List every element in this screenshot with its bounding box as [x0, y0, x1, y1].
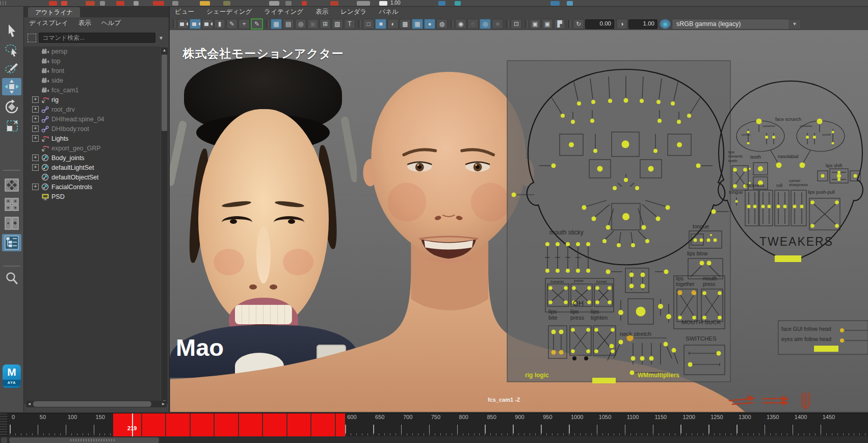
control-dot[interactable]	[840, 338, 844, 343]
dof-icon[interactable]: ◎	[480, 19, 491, 29]
range-slider-end-cap[interactable]	[1, 437, 7, 443]
viewport-menu-3[interactable]: 表示	[315, 8, 328, 18]
expand-plus-icon[interactable]: +	[32, 154, 39, 161]
outliner-item-DHIbody:root[interactable]: +DHIbody:root	[24, 124, 161, 134]
feather-icon[interactable]: ✎	[226, 19, 238, 29]
textured-icon[interactable]: ▩	[400, 19, 411, 29]
control-dot[interactable]	[548, 300, 553, 304]
control-dot[interactable]	[556, 242, 560, 246]
control-dot[interactable]	[572, 286, 576, 290]
layout-two-pane-button[interactable]	[2, 215, 21, 232]
shelf-icon-partial[interactable]	[567, 1, 573, 6]
lasso-tool-button[interactable]	[2, 41, 21, 58]
control-dot[interactable]	[677, 142, 682, 147]
control-dot[interactable]	[548, 286, 553, 290]
control-dot[interactable]	[635, 186, 639, 190]
control-dot[interactable]	[837, 174, 841, 178]
select-box-icon[interactable]: ⊡	[511, 19, 522, 29]
shelf-icon-partial[interactable]	[285, 1, 292, 6]
control-dot[interactable]	[566, 269, 570, 273]
control-dot[interactable]	[837, 171, 840, 174]
control-dot[interactable]	[753, 205, 757, 209]
control-dot[interactable]	[810, 200, 814, 204]
shelf-icon-partial[interactable]	[455, 1, 461, 6]
control-dot[interactable]	[631, 356, 636, 361]
viewport-menu-2[interactable]: ライティング	[264, 8, 303, 18]
isolate-add-icon[interactable]: ▣	[542, 19, 553, 29]
camera-lock-icon[interactable]	[190, 19, 201, 29]
control-dot[interactable]	[569, 142, 574, 147]
control-dot[interactable]	[854, 174, 857, 178]
horizontal-scroll-thumb[interactable]	[33, 401, 151, 407]
view-transform-dropdown[interactable]: sRGB gamma (legacy)▼	[672, 19, 801, 30]
control-dot[interactable]	[837, 178, 840, 181]
rotate-tool-button[interactable]	[2, 98, 21, 116]
move-tool-button[interactable]	[2, 78, 21, 95]
control-dot[interactable]	[586, 269, 590, 273]
control-dot[interactable]	[672, 348, 676, 353]
outliner-item-FacialControls[interactable]: +FacialControls	[24, 182, 161, 192]
control-dot[interactable]	[756, 119, 762, 124]
control-dot[interactable]	[783, 205, 787, 209]
outliner-item-persp[interactable]: +persp	[24, 46, 161, 56]
shelf-icon-partial[interactable]	[379, 1, 387, 6]
control-dot[interactable]	[594, 328, 598, 332]
control-dot[interactable]	[559, 350, 564, 355]
control-dot[interactable]	[586, 242, 590, 246]
control-dot[interactable]	[657, 119, 662, 123]
image-plane-icon[interactable]: ▧	[332, 19, 343, 29]
shelf-icon-partial[interactable]	[86, 1, 95, 6]
control-dot[interactable]	[564, 300, 568, 304]
control-dot[interactable]	[832, 131, 834, 134]
control-dot[interactable]	[611, 349, 615, 353]
control-dot[interactable]	[735, 200, 738, 203]
expand-plus-icon[interactable]: +	[32, 96, 39, 103]
outliner-item-front[interactable]: +front	[24, 66, 161, 75]
control-dot[interactable]	[512, 193, 516, 197]
shelf-icon-partial[interactable]	[61, 1, 67, 6]
control-dot[interactable]	[714, 239, 717, 242]
control-dot[interactable]	[613, 186, 617, 190]
contrast-icon[interactable]: ◑	[616, 19, 627, 29]
checker-material-icon[interactable]: ▦	[412, 19, 423, 29]
control-dot[interactable]	[648, 166, 654, 172]
control-dot[interactable]	[832, 142, 834, 145]
outliner-tab[interactable]: アウトライナ	[28, 7, 80, 17]
outliner-item-Body_joints[interactable]: +Body_joints	[24, 153, 161, 163]
control-dot[interactable]	[586, 349, 590, 353]
outliner-menu-1[interactable]: 表示	[78, 19, 91, 29]
outliner-item-defaultLightSet[interactable]: +defaultLightSet	[24, 163, 161, 172]
control-dot[interactable]	[582, 205, 587, 210]
gamma-field[interactable]: 1.00	[628, 19, 657, 29]
control-dot[interactable]	[545, 242, 549, 246]
shelf-icon-partial[interactable]	[223, 1, 230, 6]
outliner-item-export_geo_GRP[interactable]: +export_geo_GRP	[24, 143, 161, 153]
control-dot[interactable]	[656, 217, 661, 221]
control-dot[interactable]	[776, 163, 782, 168]
control-dot[interactable]	[587, 300, 591, 304]
control-dot[interactable]	[733, 184, 737, 188]
pan-zoom-icon[interactable]: +	[239, 19, 250, 29]
control-dot[interactable]	[564, 286, 568, 290]
control-dot[interactable]	[630, 371, 635, 375]
control-dot[interactable]	[678, 291, 682, 295]
shelf-icon-partial[interactable]	[357, 1, 370, 6]
control-dot[interactable]	[566, 242, 570, 246]
shelf-icon-partial[interactable]	[49, 1, 57, 6]
control-dot[interactable]	[608, 99, 612, 103]
control-dot[interactable]	[677, 120, 681, 124]
control-dot[interactable]	[576, 242, 580, 246]
isolate-select-icon[interactable]: ▣	[530, 19, 541, 29]
outliner-menu-2[interactable]: ヘルプ	[101, 19, 121, 29]
viewport-menu-5[interactable]: パネル	[379, 8, 398, 18]
control-dot[interactable]	[571, 328, 575, 332]
control-dot[interactable]	[840, 328, 844, 332]
zoom-tool-button[interactable]	[2, 270, 21, 287]
control-dot[interactable]	[608, 300, 612, 304]
camera-icon[interactable]	[177, 19, 189, 29]
control-dot[interactable]	[666, 205, 670, 210]
control-dot[interactable]	[747, 142, 750, 145]
control-dot[interactable]	[800, 163, 805, 168]
outliner-menu-0[interactable]: ディスプレイ	[29, 19, 68, 29]
resolution-gate-icon[interactable]: ◎	[295, 19, 306, 29]
